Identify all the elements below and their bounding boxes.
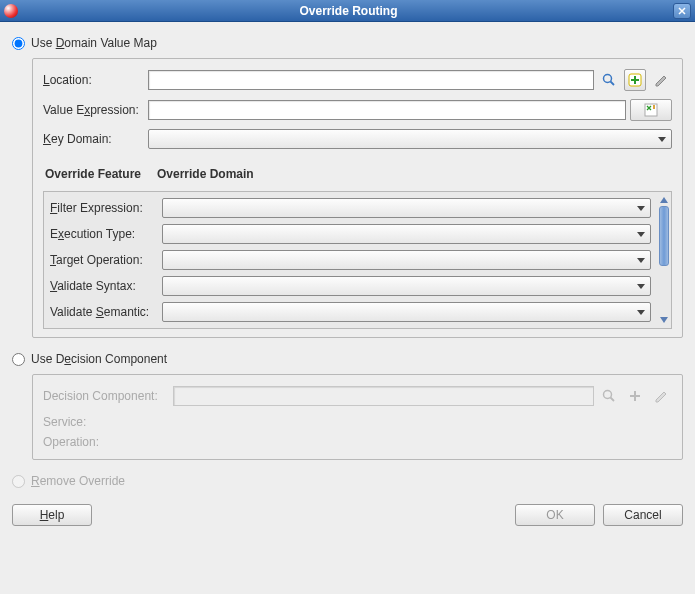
override-columns-header: Override Feature Override Domain	[43, 157, 672, 191]
override-domain-header: Override Domain	[157, 167, 254, 181]
edit-icon[interactable]	[650, 69, 672, 91]
execution-type-select[interactable]	[162, 224, 651, 244]
remove-override-label: Remove Override	[31, 474, 125, 488]
decision-component-label: Decision Component:	[43, 389, 173, 403]
key-domain-select[interactable]	[148, 129, 672, 149]
dialog-buttons: Help OK Cancel	[0, 496, 695, 538]
decision-component-input	[173, 386, 594, 406]
search-icon	[598, 385, 620, 407]
app-icon	[4, 4, 18, 18]
validate-semantic-label: Validate Semantic:	[50, 305, 162, 319]
use-dvm-radio[interactable]	[12, 37, 25, 50]
use-decision-radio[interactable]	[12, 353, 25, 366]
svg-rect-4	[631, 79, 639, 81]
filter-expression-select[interactable]	[162, 198, 651, 218]
scroll-thumb[interactable]	[659, 206, 669, 266]
svg-point-0	[604, 75, 612, 83]
validate-syntax-label: Validate Syntax:	[50, 279, 162, 293]
value-expression-label: Value Expression:	[43, 103, 148, 117]
location-label: Location:	[43, 73, 148, 87]
use-dvm-label: Use Domain Value Map	[31, 36, 157, 50]
close-button[interactable]	[673, 3, 691, 19]
remove-override-option: Remove Override	[12, 474, 683, 488]
svg-point-6	[604, 391, 612, 399]
filter-expression-label: Filter Expression:	[50, 201, 162, 215]
target-operation-label: Target Operation:	[50, 253, 162, 267]
svg-rect-9	[630, 395, 640, 397]
dvm-group: Location: Value Expression:	[32, 58, 683, 338]
ok-button: OK	[515, 504, 595, 526]
help-button[interactable]: Help	[12, 504, 92, 526]
key-domain-label: Key Domain:	[43, 132, 148, 146]
override-list: Filter Expression: Execution Type: Targe…	[43, 191, 672, 329]
value-expression-input[interactable]	[148, 100, 626, 120]
validate-semantic-select[interactable]	[162, 302, 651, 322]
titlebar: Override Routing	[0, 0, 695, 22]
cancel-button[interactable]: Cancel	[603, 504, 683, 526]
use-decision-label: Use Decision Component	[31, 352, 167, 366]
operation-label: Operation:	[43, 435, 672, 449]
execution-type-label: Execution Type:	[50, 227, 162, 241]
target-operation-select[interactable]	[162, 250, 651, 270]
use-domain-value-map-option[interactable]: Use Domain Value Map	[12, 36, 683, 50]
add-icon	[624, 385, 646, 407]
edit-icon	[650, 385, 672, 407]
use-decision-component-option[interactable]: Use Decision Component	[12, 352, 683, 366]
validate-syntax-select[interactable]	[162, 276, 651, 296]
scroll-down-icon[interactable]	[659, 316, 669, 324]
location-input[interactable]	[148, 70, 594, 90]
scroll-up-icon[interactable]	[659, 196, 669, 204]
svg-line-7	[611, 398, 615, 402]
override-feature-header: Override Feature	[45, 167, 157, 181]
window-title: Override Routing	[24, 4, 673, 18]
service-label: Service:	[43, 415, 672, 429]
expression-builder-icon[interactable]	[630, 99, 672, 121]
decision-group: Decision Component: Service: Operation:	[32, 374, 683, 460]
remove-override-radio	[12, 475, 25, 488]
search-icon[interactable]	[598, 69, 620, 91]
add-icon[interactable]	[624, 69, 646, 91]
scrollbar[interactable]	[659, 196, 669, 324]
svg-line-1	[611, 82, 615, 86]
